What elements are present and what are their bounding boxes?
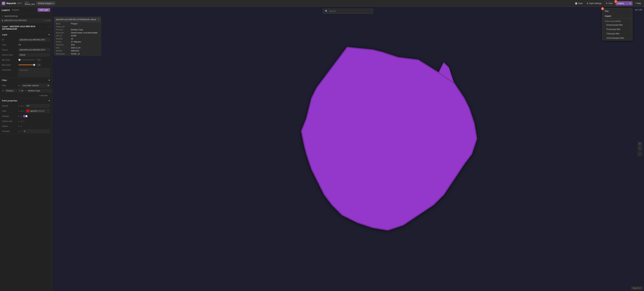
step-button[interactable]: ▤ bbox=[21, 105, 23, 107]
layer-copy-icon[interactable]: ⧉ bbox=[46, 19, 48, 22]
maplibre-label: MapLibre bbox=[633, 287, 640, 289]
layer-item-a8d1264f[interactable]: ◈ a8d1264f-cb1d-485f-8fc6 ✏ ⧉ 👁 bbox=[0, 18, 52, 23]
filter-value-input[interactable] bbox=[27, 89, 52, 92]
translate-icons: ƒx Σ bbox=[18, 130, 22, 132]
help-button[interactable]: ? Help bbox=[634, 1, 642, 5]
max-zoom-slider[interactable] bbox=[18, 64, 35, 65]
feature-info-close-button[interactable]: × bbox=[98, 18, 99, 21]
outline-sigma-button[interactable]: Σ bbox=[23, 120, 25, 122]
add-filter-button[interactable]: + Add filter bbox=[37, 94, 50, 97]
opacity-icons: ƒx ▤ Σ bbox=[18, 105, 25, 107]
deuteranopia-filter-item[interactable]: Deuteranopia filter bbox=[602, 23, 632, 27]
filter-section-header[interactable]: Filter ▾ bbox=[0, 78, 52, 83]
layer-info: Layer Wards_test bbox=[25, 1, 35, 5]
expand-button[interactable]: Expand bbox=[11, 8, 20, 11]
color-step-button[interactable]: ▤ bbox=[21, 110, 23, 112]
dropdown-inspect-item[interactable]: Inspect bbox=[602, 13, 632, 18]
zoom-in-button[interactable]: + bbox=[638, 142, 642, 146]
outline-color-row: Outline color ƒx ▤ Σ bbox=[0, 119, 52, 124]
badge-2: 2 bbox=[601, 7, 604, 10]
maplibre-button[interactable]: MapLibre ℹ bbox=[631, 287, 643, 290]
sigma-button[interactable]: Σ bbox=[23, 105, 25, 107]
chevron-down-icon: ▾ bbox=[53, 2, 54, 4]
feature-info-district-row: District Z F Mgcawu bbox=[54, 40, 101, 43]
add-layer-button[interactable]: Add Layer bbox=[38, 8, 50, 12]
dropdown-map-item[interactable]: Map bbox=[602, 8, 632, 13]
feature-key-wardid: WardID bbox=[56, 50, 69, 52]
min-zoom-slider[interactable] bbox=[18, 59, 35, 60]
achromatopsia-filter-item[interactable]: Achromatopsia filter bbox=[602, 36, 632, 40]
panel-title: Layer: 'a8d1264f-cb1d-485f-8fc6-2973084d… bbox=[2, 25, 46, 30]
feature-info-header: a8d1264f-cb1d-485f-8fc6-2973084d1b36: de… bbox=[54, 17, 101, 22]
comments-input[interactable] bbox=[18, 68, 50, 77]
max-zoom-row: Max Zoom 24 bbox=[0, 62, 52, 67]
filter-condition-row: 🗑 == ▾ bbox=[0, 88, 52, 93]
eye-icon: ◈ bbox=[2, 19, 3, 22]
color-icons: ƒx ▤ Σ bbox=[18, 110, 25, 112]
layer-section-header[interactable]: Layer ▾ bbox=[0, 32, 52, 37]
svg-point-1 bbox=[3, 3, 4, 4]
layer-edit-icon[interactable]: ✏ bbox=[44, 19, 46, 22]
pattern-fx-button[interactable]: ƒx bbox=[18, 125, 20, 127]
inspect-dropdown-button[interactable]: Inspect ▾ bbox=[616, 1, 632, 5]
color-fx-button[interactable]: ƒx bbox=[18, 110, 20, 112]
filter-operator-select[interactable]: == bbox=[18, 89, 24, 92]
save-button[interactable]: 💾 Save bbox=[574, 1, 584, 5]
layer-item-actions: ✏ ⧉ 👁 bbox=[44, 19, 50, 22]
pattern-icons: ƒx Σ bbox=[18, 125, 22, 127]
feature-val-type: Polygon bbox=[71, 23, 78, 25]
max-zoom-slider-container: 24 bbox=[18, 63, 50, 66]
filter-delete-button[interactable]: 🗑 bbox=[2, 89, 4, 92]
color-label: Color bbox=[2, 110, 17, 112]
eye-off-icon: ⊘ bbox=[2, 15, 3, 17]
layer-item-name: a8d1264f-cb1d-485f-8fc6 bbox=[4, 19, 43, 22]
map-polygon[interactable] bbox=[215, 42, 540, 256]
pattern-sigma-button[interactable]: Σ bbox=[21, 125, 22, 127]
paint-section-header[interactable]: Paint properties ▾ bbox=[0, 98, 52, 103]
zoom-out-button[interactable]: − bbox=[638, 146, 642, 151]
filter-mode-select[interactable]: every filter matches bbox=[21, 84, 50, 87]
antialias-icons: ƒx Σ bbox=[18, 115, 22, 117]
translate-fx-button[interactable]: ƒx bbox=[18, 130, 20, 132]
antialias-sigma-button[interactable]: Σ bbox=[21, 115, 22, 117]
max-zoom-value: 24 bbox=[36, 63, 41, 66]
feature-key-wardno: WardNo bbox=[56, 38, 69, 40]
layer-item-openstreetmap[interactable]: ⊘ openstreetmap bbox=[0, 14, 52, 18]
app-logo: Maputnik v2.0.0 bbox=[2, 1, 22, 5]
feature-val-wardlabel: NC087_16 bbox=[71, 53, 80, 55]
layer-item-name: openstreetmap bbox=[4, 15, 50, 17]
color-value[interactable]: rgba(255, 0, 0, 1) bbox=[26, 109, 50, 113]
antialias-fx-button[interactable]: ƒx bbox=[18, 115, 20, 117]
search-input[interactable] bbox=[329, 10, 371, 12]
panel-menu-button[interactable]: ⋯ bbox=[47, 25, 50, 28]
layer-section-title: Layer bbox=[2, 33, 8, 36]
feature-info-title: a8d1264f-cb1d-485f-8fc6-2973084d1b36: de… bbox=[56, 18, 96, 20]
view-dropdown-wrapper: 👁 View bbox=[604, 1, 614, 5]
tritanopia-filter-item[interactable]: Tritanopia filter bbox=[602, 31, 632, 36]
inspect-dropdown-wrapper: 1 Inspect ▾ 2 Map Inspect Color accessib… bbox=[616, 1, 632, 5]
min-zoom-value: 0 bbox=[36, 58, 41, 61]
min-zoom-slider-container: 0 bbox=[18, 58, 50, 61]
view-button[interactable]: 👁 View bbox=[604, 1, 614, 5]
layer-type-button[interactable]: Default polygon ▾ bbox=[36, 1, 55, 5]
source-row: Source a8d1264f-cb1d-485f-8fc6-2973 bbox=[0, 47, 52, 52]
feature-key-type: $type bbox=[56, 23, 69, 25]
outline-fx-button[interactable]: ƒx bbox=[18, 120, 20, 122]
layer-name-text: Wards_test bbox=[25, 3, 35, 5]
view-dropdown-menu: 2 Map Inspect Color accessibility Deuter… bbox=[602, 8, 632, 40]
filter-field-input[interactable] bbox=[5, 89, 17, 92]
translate-sigma-button[interactable]: Σ bbox=[21, 130, 22, 132]
layer-list: ⊘ openstreetmap ◈ a8d1264f-cb1d-485f-8fc… bbox=[0, 13, 52, 23]
map-area[interactable]: 🔍 a8d1264f-cb1d-485f-8fc6-2973084d1b36: … bbox=[52, 7, 644, 291]
feature-info-districtco-row: DistrictCo DC8 bbox=[54, 43, 101, 46]
style-settings-button[interactable]: ⚙ Style Settings bbox=[585, 1, 603, 5]
panel-header: Layer: 'a8d1264f-cb1d-485f-8fc6-2973084d… bbox=[0, 23, 52, 32]
antialias-toggle[interactable] bbox=[23, 115, 28, 117]
zoom-north-button[interactable]: ↑ bbox=[638, 152, 642, 156]
search-bar: 🔍 bbox=[323, 9, 373, 13]
fx-button[interactable]: ƒx bbox=[18, 105, 20, 107]
outline-step-button[interactable]: ▤ bbox=[21, 120, 23, 122]
layer-eye-icon[interactable]: 👁 bbox=[48, 19, 50, 22]
protanopia-filter-item[interactable]: Protanopia filter bbox=[602, 27, 632, 31]
color-sigma-button[interactable]: Σ bbox=[23, 110, 25, 112]
